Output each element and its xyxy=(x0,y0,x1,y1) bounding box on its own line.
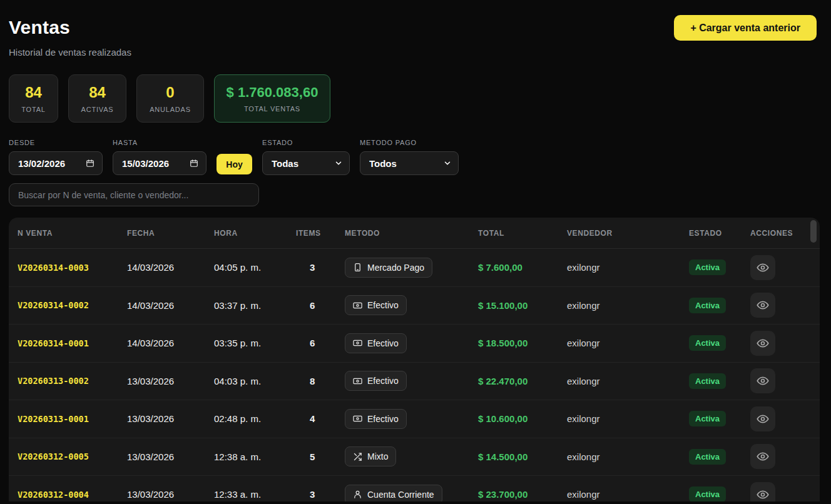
date-from-input[interactable]: 13/02/2026 xyxy=(9,151,103,175)
payment-method-label: Cuenta Corriente xyxy=(367,490,434,500)
column-header-estado: ESTADO xyxy=(689,229,750,238)
payment-method-label: Efectivo xyxy=(367,414,399,424)
sale-number: V20260314-0003 xyxy=(18,263,127,273)
column-header-metodo: METODO xyxy=(345,229,478,238)
sale-items-count: 8 xyxy=(296,376,345,386)
estado-select[interactable]: Todas xyxy=(262,151,350,175)
sale-vendor: exilongr xyxy=(567,338,689,348)
stat-total-ventas-label: TOTAL VENTAS xyxy=(244,105,300,113)
sale-status-cell: Activa xyxy=(689,449,750,465)
sale-number: V20260314-0001 xyxy=(18,338,127,348)
table-row: V20260314-0003 14/03/2026 04:05 p. m. 3 … xyxy=(9,249,820,287)
stat-card-anuladas: 0 ANULADAS xyxy=(136,74,204,123)
sale-time: 12:33 a. m. xyxy=(214,489,296,500)
sale-actions-cell xyxy=(750,406,811,431)
sale-status-cell: Activa xyxy=(689,486,750,501)
table-row: V20260313-0001 13/03/2026 02:48 p. m. 4 … xyxy=(9,400,820,438)
sale-items-count: 3 xyxy=(296,489,345,500)
sale-method-cell: Mercado Pago xyxy=(345,258,478,278)
payment-method-badge: Efectivo xyxy=(345,295,407,315)
sale-actions-cell xyxy=(750,293,811,318)
column-header-n-venta: N VENTA xyxy=(18,229,127,238)
table-scrollbar-thumb[interactable] xyxy=(810,220,817,243)
sale-method-cell: Efectivo xyxy=(345,371,478,391)
table-row: V20260314-0002 14/03/2026 03:37 p. m. 6 … xyxy=(9,287,820,325)
table-header-row: N VENTA FECHA HORA ITEMS METODO TOTAL VE… xyxy=(9,218,820,249)
today-button[interactable]: Hoy xyxy=(217,154,252,174)
sale-date: 14/03/2026 xyxy=(127,300,214,311)
view-sale-button[interactable] xyxy=(750,331,775,356)
load-previous-sale-button[interactable]: + Cargar venta anterior xyxy=(674,15,817,41)
sale-number: V20260313-0001 xyxy=(18,414,127,424)
sale-items-count: 6 xyxy=(296,338,345,348)
column-header-vendedor: VENDEDOR xyxy=(567,229,689,238)
sale-actions-cell xyxy=(750,255,811,280)
sale-status-cell: Activa xyxy=(689,373,750,389)
person-icon xyxy=(353,490,362,499)
sale-vendor: exilongr xyxy=(567,451,689,462)
filter-hasta: HASTA 15/03/2026 xyxy=(113,139,206,175)
column-header-fecha: FECHA xyxy=(127,229,214,238)
sale-total: $ 22.470,00 xyxy=(478,376,567,386)
status-badge: Activa xyxy=(689,411,726,426)
status-badge: Activa xyxy=(689,335,726,351)
sale-number: V20260312-0005 xyxy=(18,451,127,461)
sale-time: 04:05 p. m. xyxy=(214,262,296,273)
eye-icon xyxy=(757,413,769,425)
sale-items-count: 4 xyxy=(296,413,345,424)
column-header-items: ITEMS xyxy=(296,229,345,238)
sale-status-cell: Activa xyxy=(689,411,750,426)
banknote-icon xyxy=(353,338,362,348)
banknote-icon xyxy=(353,376,362,386)
sale-total: $ 23.700,00 xyxy=(478,489,567,500)
sale-total: $ 15.100,00 xyxy=(478,300,567,311)
filters-row: DESDE 13/02/2026 HASTA 15/03/2026 Hoy ES… xyxy=(9,139,822,175)
stat-total-value: 84 xyxy=(25,84,42,101)
column-header-total: TOTAL xyxy=(478,229,567,238)
search-input[interactable] xyxy=(9,183,259,206)
eye-icon xyxy=(757,337,769,350)
table-body: V20260314-0003 14/03/2026 04:05 p. m. 3 … xyxy=(9,249,820,501)
date-to-value: 15/03/2026 xyxy=(122,158,169,169)
view-sale-button[interactable] xyxy=(750,293,775,318)
sale-method-cell: Efectivo xyxy=(345,295,478,315)
sale-total: $ 18.500,00 xyxy=(478,338,567,348)
sale-total: $ 10.600,00 xyxy=(478,413,567,424)
sale-time: 03:37 p. m. xyxy=(214,300,296,311)
stat-total-ventas-value: $ 1.760.083,60 xyxy=(227,84,319,101)
calendar-icon[interactable] xyxy=(190,159,198,168)
sale-method-cell: Efectivo xyxy=(345,409,478,429)
sale-date: 14/03/2026 xyxy=(127,262,214,273)
stat-anuladas-label: ANULADAS xyxy=(150,106,191,113)
sale-time: 04:03 p. m. xyxy=(214,376,296,386)
desde-label: DESDE xyxy=(9,139,103,146)
date-to-input[interactable]: 15/03/2026 xyxy=(113,151,206,175)
view-sale-button[interactable] xyxy=(750,406,775,431)
stat-activas-value: 84 xyxy=(89,84,106,101)
payment-method-label: Efectivo xyxy=(367,376,399,386)
status-badge: Activa xyxy=(689,260,726,275)
sale-status-cell: Activa xyxy=(689,298,750,313)
sale-method-cell: Efectivo xyxy=(345,333,478,353)
sale-number: V20260313-0002 xyxy=(18,376,127,386)
sale-date: 13/03/2026 xyxy=(127,489,214,500)
sale-total: $ 14.500,00 xyxy=(478,451,567,462)
view-sale-button[interactable] xyxy=(750,444,775,469)
ventas-page: Ventas Historial de ventas realizadas + … xyxy=(0,0,831,504)
eye-icon xyxy=(757,450,769,463)
view-sale-button[interactable] xyxy=(750,482,775,501)
status-badge: Activa xyxy=(689,449,726,465)
page-subtitle: Historial de ventas realizadas xyxy=(9,47,822,58)
view-sale-button[interactable] xyxy=(750,255,775,280)
shuffle-icon xyxy=(353,452,362,461)
payment-method-label: Mercado Pago xyxy=(367,263,424,273)
calendar-icon[interactable] xyxy=(86,159,94,168)
payment-method-badge: Efectivo xyxy=(345,409,407,429)
metodo-pago-select[interactable]: Todos xyxy=(360,151,459,175)
view-sale-button[interactable] xyxy=(750,368,775,393)
status-badge: Activa xyxy=(689,373,726,389)
filter-estado: ESTADO Todas xyxy=(262,139,350,175)
hasta-label: HASTA xyxy=(113,139,206,146)
stats-row: 84 TOTAL 84 ACTIVAS 0 ANULADAS $ 1.760.0… xyxy=(9,74,822,123)
stat-anuladas-value: 0 xyxy=(166,84,174,101)
